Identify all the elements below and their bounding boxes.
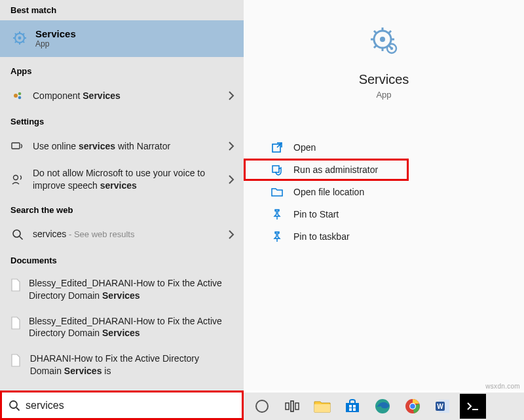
folder-icon xyxy=(270,187,284,197)
svg-point-14 xyxy=(14,175,18,180)
svg-rect-31 xyxy=(272,166,279,172)
svg-rect-41 xyxy=(346,403,359,412)
document-result[interactable]: Blessy_Edited_DHARANI-How to Fix the Act… xyxy=(0,309,244,347)
web-result-label: services - See web results xyxy=(33,228,233,240)
microsoft-store-icon[interactable] xyxy=(339,394,365,419)
action-label: Open xyxy=(293,142,316,153)
svg-rect-40 xyxy=(314,404,330,412)
section-header-documents: Documents xyxy=(0,249,244,271)
section-header-web: Search the web xyxy=(0,199,244,220)
svg-line-35 xyxy=(16,408,20,411)
document-result[interactable]: DHARANI-How to Fix the Active Directory … xyxy=(0,346,244,384)
open-icon xyxy=(270,142,284,153)
narrator-icon xyxy=(10,141,25,151)
svg-point-11 xyxy=(18,92,22,96)
document-label: Blessy_Edited_DHARANI-How to Fix the Act… xyxy=(29,277,233,302)
component-services-icon xyxy=(10,90,25,102)
task-view-icon[interactable] xyxy=(279,394,305,419)
svg-rect-39 xyxy=(295,403,299,410)
settings-result-narrator[interactable]: Use online services with Narrator xyxy=(0,132,244,161)
svg-point-12 xyxy=(18,96,22,100)
settings-result-label: Use online services with Narrator xyxy=(33,140,233,153)
svg-rect-13 xyxy=(12,143,20,149)
search-results-panel: Best match Services App Apps Component S… xyxy=(0,0,244,391)
svg-point-28 xyxy=(390,47,393,50)
search-icon xyxy=(10,229,25,240)
svg-line-8 xyxy=(15,41,16,43)
action-label: Pin to taskbar xyxy=(293,231,350,242)
svg-rect-43 xyxy=(353,405,356,408)
chevron-right-icon xyxy=(228,230,234,239)
action-label: Pin to Start xyxy=(293,209,339,220)
svg-point-34 xyxy=(10,401,17,408)
svg-line-9 xyxy=(23,33,24,35)
settings-result-label: Do not allow Microsoft to use your voice… xyxy=(33,167,233,192)
terminal-icon[interactable] xyxy=(460,394,486,419)
search-box[interactable] xyxy=(0,391,244,420)
section-header-apps: Apps xyxy=(0,57,244,81)
speech-icon xyxy=(10,174,25,185)
search-input[interactable] xyxy=(26,400,235,411)
action-open-file-location[interactable]: Open file location xyxy=(244,181,524,203)
svg-line-25 xyxy=(374,46,377,48)
svg-line-30 xyxy=(277,143,282,147)
svg-line-23 xyxy=(374,31,377,33)
preview-panel: Services App Open Run as administrator O… xyxy=(244,0,524,391)
best-match-item[interactable]: Services App xyxy=(0,20,244,57)
svg-line-7 xyxy=(23,41,24,43)
svg-point-10 xyxy=(14,94,18,98)
svg-text:W: W xyxy=(437,403,443,410)
web-result[interactable]: services - See web results xyxy=(0,220,244,249)
preview-title: Services xyxy=(244,72,524,87)
action-open[interactable]: Open xyxy=(244,136,524,159)
svg-line-6 xyxy=(15,33,16,35)
watermark: wsxdn.com xyxy=(485,383,520,390)
action-label: Run as administrator xyxy=(293,164,378,175)
preview-subtitle: App xyxy=(244,90,524,100)
shield-icon xyxy=(270,164,284,176)
search-icon xyxy=(9,400,20,411)
chevron-right-icon xyxy=(228,91,234,100)
svg-line-26 xyxy=(389,31,392,33)
svg-point-36 xyxy=(256,400,268,412)
document-icon xyxy=(10,316,21,330)
document-label: Blessy_Edited_DHARANI-How to Fix the Act… xyxy=(29,315,233,340)
best-match-title: Services xyxy=(35,28,76,39)
cortana-icon[interactable] xyxy=(249,394,275,419)
svg-point-15 xyxy=(13,230,20,237)
svg-point-49 xyxy=(410,404,415,409)
document-icon xyxy=(10,278,21,292)
svg-rect-37 xyxy=(291,401,293,411)
svg-rect-38 xyxy=(286,403,289,410)
best-match-sub: App xyxy=(35,39,76,48)
svg-point-1 xyxy=(18,37,22,40)
gear-icon xyxy=(368,25,400,56)
settings-result-speech[interactable]: Do not allow Microsoft to use your voice… xyxy=(0,161,244,199)
gear-icon xyxy=(10,29,29,47)
svg-point-18 xyxy=(380,37,385,42)
document-icon xyxy=(10,354,22,367)
pin-icon xyxy=(270,231,284,242)
taskbar: W xyxy=(244,392,524,420)
chevron-right-icon xyxy=(228,175,234,184)
apps-result-label: Component Services xyxy=(33,90,233,102)
action-pin-to-start[interactable]: Pin to Start xyxy=(244,203,524,225)
section-header-best-match: Best match xyxy=(0,0,244,20)
edge-icon[interactable] xyxy=(369,394,396,419)
svg-line-16 xyxy=(20,237,23,240)
apps-result-component-services[interactable]: Component Services xyxy=(0,81,244,110)
document-result[interactable]: Blessy_Edited_DHARANI-How to Fix the Act… xyxy=(0,271,244,309)
pin-icon xyxy=(270,208,284,220)
document-label: DHARANI-How to Fix the Active Directory … xyxy=(30,353,233,377)
chevron-right-icon xyxy=(228,142,234,151)
action-label: Open file location xyxy=(293,187,364,197)
svg-rect-42 xyxy=(349,405,352,408)
word-icon[interactable]: W xyxy=(430,394,456,419)
chrome-icon[interactable] xyxy=(400,394,426,419)
file-explorer-icon[interactable] xyxy=(309,394,335,419)
action-run-as-administrator[interactable]: Run as administrator xyxy=(244,159,409,181)
svg-rect-44 xyxy=(349,408,352,411)
svg-rect-45 xyxy=(353,408,356,411)
section-header-settings: Settings xyxy=(0,110,244,132)
action-pin-to-taskbar[interactable]: Pin to taskbar xyxy=(244,225,524,248)
